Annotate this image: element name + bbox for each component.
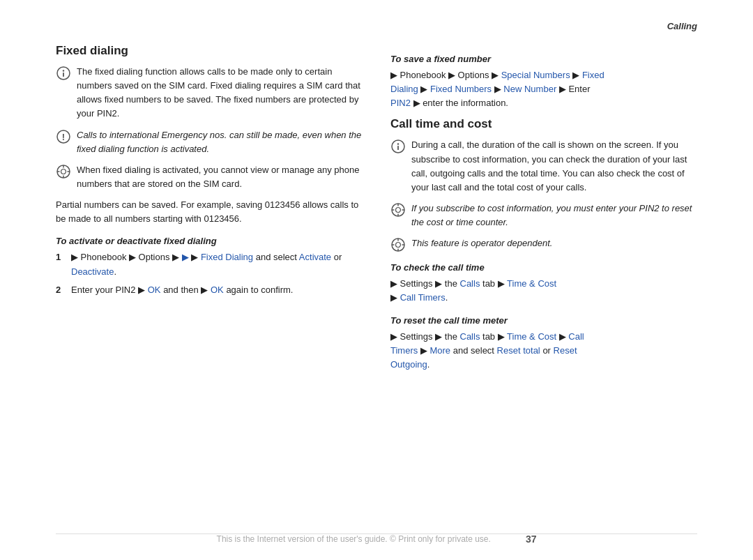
- check-nav-list: ▶ Settings ▶ the Calls tab ▶ Time & Cost…: [390, 277, 697, 305]
- call-info-icon: [390, 139, 406, 154]
- reset-outgoing-link: Reset: [554, 345, 577, 356]
- ok-link-1: OK: [148, 285, 161, 295]
- svg-point-21: [396, 243, 401, 248]
- step-2: 2 Enter your PIN2 ▶ OK and then ▶ OK aga…: [56, 283, 363, 297]
- intro-text: The fixed dialing function allows calls …: [77, 65, 363, 121]
- calls-tab-link: Calls: [460, 278, 480, 289]
- step-2-num: 2: [56, 283, 66, 297]
- ok-link-2: OK: [211, 285, 224, 295]
- left-column: Fixed dialing The fixed dialing function…: [56, 44, 363, 379]
- footer-text: This is the Internet version of the user…: [217, 534, 491, 544]
- page-number: 37: [526, 533, 537, 545]
- call-dep-row: This feature is operator dependent.: [390, 236, 697, 252]
- note-row: When fixed dialing is activated, you can…: [56, 163, 363, 191]
- save-subtitle: To save a fixed number: [390, 54, 697, 64]
- svg-rect-13: [397, 146, 399, 150]
- call-time-cost-title: Call time and cost: [390, 117, 697, 131]
- step-2-text: Enter your PIN2 ▶ OK and then ▶ OK again…: [71, 283, 293, 297]
- svg-point-1: [63, 70, 64, 71]
- pin2-link: PIN2: [390, 98, 411, 108]
- check-nav-text-2: ▶ Call Timers.: [390, 291, 448, 305]
- calling-label: Calling: [667, 21, 697, 31]
- fixed-dialing-title: Fixed dialing: [56, 44, 363, 58]
- svg-point-15: [396, 207, 401, 212]
- reset-tc-link: Time & Cost: [507, 331, 556, 342]
- new-number-link: New Number: [503, 84, 556, 94]
- reset-ct-link: Call: [568, 331, 584, 342]
- info-circle-icon: [56, 66, 71, 81]
- intro-row: The fixed dialing function allows calls …: [56, 65, 363, 121]
- svg-text:!: !: [62, 132, 65, 142]
- check-nav-text-1: ▶ Settings ▶ the Calls tab ▶ Time & Cost: [390, 277, 556, 291]
- reset-nav: ▶ Settings ▶ the Calls tab ▶ Time & Cost…: [390, 330, 697, 372]
- call-intro-text: During a call, the duration of the call …: [411, 138, 697, 195]
- call-note-icon: [390, 202, 406, 218]
- warning-row: ! Calls to international Emergency nos. …: [56, 128, 363, 156]
- footer: This is the Internet version of the user…: [0, 533, 753, 545]
- note-text: When fixed dialing is activated, you can…: [77, 163, 363, 191]
- right-column: To save a fixed number ▶ Phonebook ▶ Opt…: [390, 44, 697, 379]
- two-col-layout: Fixed dialing The fixed dialing function…: [56, 44, 697, 379]
- special-numbers-link: ▶: [182, 252, 192, 262]
- page-header: Calling: [56, 21, 697, 31]
- partial-numbers-text: Partial numbers can be saved. For exampl…: [56, 198, 363, 226]
- fixed-numbers-link: Fixed Numbers: [430, 84, 492, 94]
- svg-point-6: [61, 169, 66, 174]
- check-nav-item-2: ▶ Call Timers.: [390, 291, 697, 305]
- reset-more-link: More: [429, 345, 450, 356]
- fixed-dialing-link: Fixed Dialing: [201, 252, 253, 262]
- call-note-text: If you subscribe to cost information, yo…: [411, 202, 697, 229]
- warning-text: Calls to international Emergency nos. ca…: [77, 128, 363, 156]
- check-subtitle: To check the call time: [390, 262, 697, 273]
- call-note-row: If you subscribe to cost information, yo…: [390, 202, 697, 229]
- warning-icon: !: [56, 129, 71, 144]
- reset-ct-link2: Timers: [390, 345, 418, 356]
- deactivate-link: Deactivate: [71, 266, 114, 277]
- svg-point-12: [397, 144, 399, 145]
- save-nav: ▶ Phonebook ▶ Options ▶ Special Numbers …: [390, 68, 697, 110]
- call-timers-link: Call Timers: [400, 292, 446, 303]
- reset-subtitle: To reset the call time meter: [390, 315, 697, 326]
- time-cost-link: Time & Cost: [507, 278, 556, 289]
- special-numbers-link-right: Special Numbers: [501, 70, 570, 80]
- note-icon: [56, 164, 71, 179]
- fixed-dialing-link-right: Fixed: [582, 70, 604, 80]
- svg-rect-2: [63, 73, 64, 77]
- step-1: 1 ▶ Phonebook ▶ Options ▶ ▶ ▶ Fixed Dial…: [56, 250, 363, 278]
- reset-outgoing-link2: Outgoing: [390, 359, 427, 370]
- page: Calling Fixed dialing The fixed dialing …: [0, 0, 753, 560]
- activate-subtitle: To activate or deactivate fixed dialing: [56, 236, 363, 246]
- reset-calls-link: Calls: [460, 331, 480, 342]
- call-dep-text: This feature is operator dependent.: [411, 236, 697, 250]
- activate-steps: 1 ▶ Phonebook ▶ Options ▶ ▶ ▶ Fixed Dial…: [56, 250, 363, 296]
- call-dep-icon: [390, 237, 406, 252]
- dialing-link-right: Dialing: [390, 84, 418, 94]
- call-intro-row: During a call, the duration of the call …: [390, 138, 697, 195]
- activate-link: Activate: [299, 252, 331, 262]
- check-nav-item-1: ▶ Settings ▶ the Calls tab ▶ Time & Cost: [390, 277, 697, 291]
- step-1-text: ▶ Phonebook ▶ Options ▶ ▶ ▶ Fixed Dialin…: [71, 250, 363, 278]
- step-1-num: 1: [56, 250, 66, 278]
- reset-total-link: Reset total: [497, 345, 540, 356]
